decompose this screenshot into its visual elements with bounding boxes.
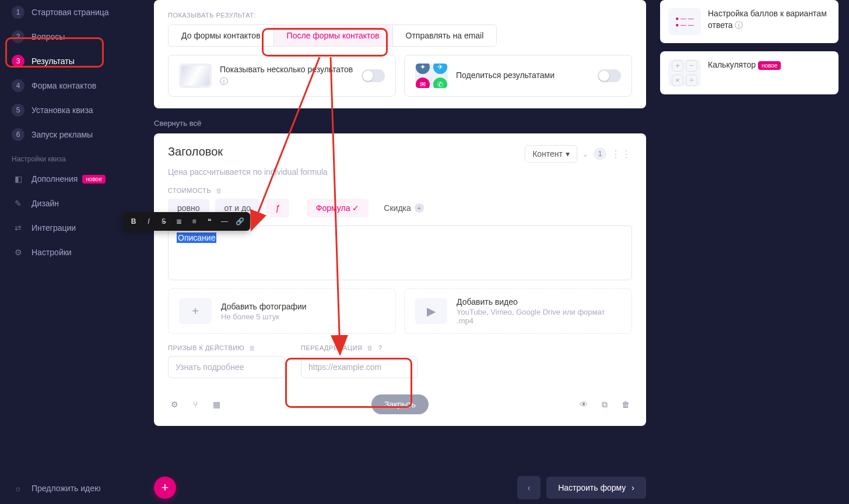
rich-text-toolbar: B I S̶ ≣ ≡ ❝ — 🔗 <box>123 212 250 231</box>
nav-integrations[interactable]: ⇄ Интеграции <box>5 217 129 239</box>
help-icon[interactable]: ⓘ <box>220 76 228 86</box>
gear-icon[interactable]: ⚙ <box>168 400 181 409</box>
close-button[interactable]: Закрыть <box>371 394 429 414</box>
lightbulb-icon: ☼ <box>12 482 24 495</box>
add-photos-button[interactable]: + Добавить фотографии Не более 5 штук <box>168 288 396 334</box>
video-icon: ▶ <box>415 298 447 324</box>
collapse-all-link[interactable]: Свернуть всё <box>154 119 201 128</box>
nav-label: Стартовая страница <box>31 8 109 17</box>
cta-label: ПРИЗЫВ К ДЕЙСТВИЮ🗑 <box>168 344 285 351</box>
brush-icon: ✎ <box>12 197 24 210</box>
result-index-badge: 1 <box>594 147 606 160</box>
chip-discount[interactable]: Скидка+ <box>374 199 433 217</box>
nav-label: Настройки <box>31 248 72 257</box>
nav-results[interactable]: 3Результаты <box>5 50 129 72</box>
tip-calculator[interactable]: +−×÷ Калькуляторновое <box>660 51 839 94</box>
trash-icon[interactable]: 🗑 <box>249 344 256 351</box>
redirect-input[interactable] <box>301 356 418 378</box>
nav-settings[interactable]: ⚙ Настройки <box>5 241 129 263</box>
sidebar: 1Стартовая страница 2Вопросы 3Результаты… <box>0 0 134 504</box>
nav-label: Дополнения <box>31 174 78 184</box>
option-share-results: ✦✈ ✉✆ Поделиться результатами <box>404 55 632 97</box>
trash-icon[interactable]: 🗑 <box>367 344 374 351</box>
chip-fx[interactable]: ƒ <box>266 199 289 217</box>
italic-icon[interactable]: I <box>142 214 156 228</box>
nav-design[interactable]: ✎ Дизайн <box>5 192 129 214</box>
toggle-multiple-results[interactable] <box>362 69 385 82</box>
list-ol-icon[interactable]: ≡ <box>187 214 201 228</box>
nav-label: Вопросы <box>31 32 65 41</box>
description-textarea[interactable]: Описание <box>168 225 632 280</box>
next-step-button[interactable]: Настроить форму› <box>546 477 646 499</box>
pill-after-form[interactable]: После формы контактов <box>274 25 393 46</box>
cta-input[interactable] <box>168 356 285 378</box>
link-icon[interactable]: 🔗 <box>233 214 247 228</box>
pill-before-form[interactable]: До формы контактов <box>169 25 274 46</box>
quote-icon[interactable]: ❝ <box>202 214 216 228</box>
drag-handle-icon[interactable]: ⋮⋮ <box>611 149 632 160</box>
result-display-card: ПОКАЗЫВАТЬ РЕЗУЛЬТАТ: До формы контактов… <box>154 0 646 108</box>
redirect-label: ПЕРЕАДРЕСАЦИЯ🗑? <box>301 344 418 351</box>
nav-addons[interactable]: ◧ Дополнения новое <box>5 168 129 190</box>
result-editor-card: Контент ▾ ⌄ 1 ⋮⋮ Цена рассчитывается по … <box>154 133 646 426</box>
chevron-left-icon: ‹ <box>528 483 531 492</box>
add-video-button[interactable]: ▶ Добавить видео YouTube, Vimeo, Google … <box>404 288 632 334</box>
puzzle-icon: ◧ <box>12 172 24 185</box>
nav-label: Результаты <box>31 57 75 66</box>
bottom-bar: + ‹ Настроить форму› <box>154 476 646 499</box>
check-icon: ✓ <box>352 203 359 213</box>
nav-contact-form[interactable]: 4Форма контактов <box>5 75 129 97</box>
chevron-down-icon: ▾ <box>566 149 570 158</box>
toggle-share-results[interactable] <box>598 69 621 82</box>
result-subtitle: Цена рассчитывается по individual formul… <box>168 167 632 177</box>
nav-ads[interactable]: 6Запуск рекламы <box>5 124 129 146</box>
thumbnail-icon: ● — —● — — <box>668 8 701 35</box>
link-icon: ⇄ <box>12 221 24 234</box>
strike-icon[interactable]: S̶ <box>157 214 171 228</box>
thumbnail-icon <box>179 64 212 88</box>
nav-questions[interactable]: 2Вопросы <box>5 26 129 48</box>
nav-start-page[interactable]: 1Стартовая страница <box>5 1 129 23</box>
sidebar-section-label: Настройки квиза <box>5 147 129 167</box>
result-title-input[interactable] <box>168 145 447 158</box>
nav-install-quiz[interactable]: 5Установка квиза <box>5 99 129 121</box>
prev-step-button[interactable]: ‹ <box>517 476 541 499</box>
branch-icon[interactable]: ⑂ <box>189 400 202 409</box>
gear-icon: ⚙ <box>12 246 24 259</box>
grid-icon[interactable]: ▦ <box>210 400 223 409</box>
chevron-down-icon[interactable]: ⌄ <box>582 149 589 158</box>
nav-label: Форма контактов <box>31 81 96 90</box>
tip-score-settings[interactable]: ● — —● — — Настройка баллов к вариантам … <box>660 0 839 43</box>
nav-label: Установка квиза <box>31 105 93 115</box>
content-dropdown[interactable]: Контент ▾ <box>525 145 577 163</box>
trash-icon[interactable]: 🗑 <box>216 187 223 194</box>
nav-label: Интеграции <box>31 223 76 232</box>
list-ul-icon[interactable]: ≣ <box>172 214 186 228</box>
show-result-label: ПОКАЗЫВАТЬ РЕЗУЛЬТАТ: <box>168 12 632 19</box>
chip-formula[interactable]: Формула ✓ <box>307 199 369 217</box>
cost-label: СТОИМОСТЬ🗑 <box>168 187 632 194</box>
add-result-fab[interactable]: + <box>154 477 176 499</box>
plus-icon: + <box>415 203 424 213</box>
hr-icon[interactable]: — <box>217 214 231 228</box>
option-multiple-results: Показывать несколько результатов ⓘ <box>168 55 396 97</box>
chevron-right-icon: › <box>632 483 634 492</box>
info-icon: ⓘ <box>735 20 743 30</box>
new-badge: новое <box>82 175 105 184</box>
pill-send-email[interactable]: Отправлять на email <box>393 25 497 46</box>
suggest-idea-button[interactable]: ☼ Предложить идею <box>5 473 129 504</box>
calc-icon: +−×÷ <box>668 59 701 86</box>
share-icons: ✦✈ ✉✆ <box>415 64 448 88</box>
plus-icon: + <box>179 298 212 324</box>
nav-label: Запуск рекламы <box>31 130 93 139</box>
nav-label: Дизайн <box>31 199 59 208</box>
bold-icon[interactable]: B <box>127 214 141 228</box>
eye-icon[interactable]: 👁 <box>577 400 590 410</box>
right-panel: ● — —● — — Настройка баллов к вариантам … <box>657 0 849 504</box>
show-result-tabs: До формы контактов После формы контактов… <box>168 24 497 47</box>
trash-icon[interactable]: 🗑 <box>619 400 632 410</box>
new-badge: новое <box>758 61 781 70</box>
copy-icon[interactable]: ⧉ <box>598 400 611 410</box>
main-content: ПОКАЗЫВАТЬ РЕЗУЛЬТАТ: До формы контактов… <box>134 0 657 504</box>
help-icon[interactable]: ? <box>378 344 383 351</box>
